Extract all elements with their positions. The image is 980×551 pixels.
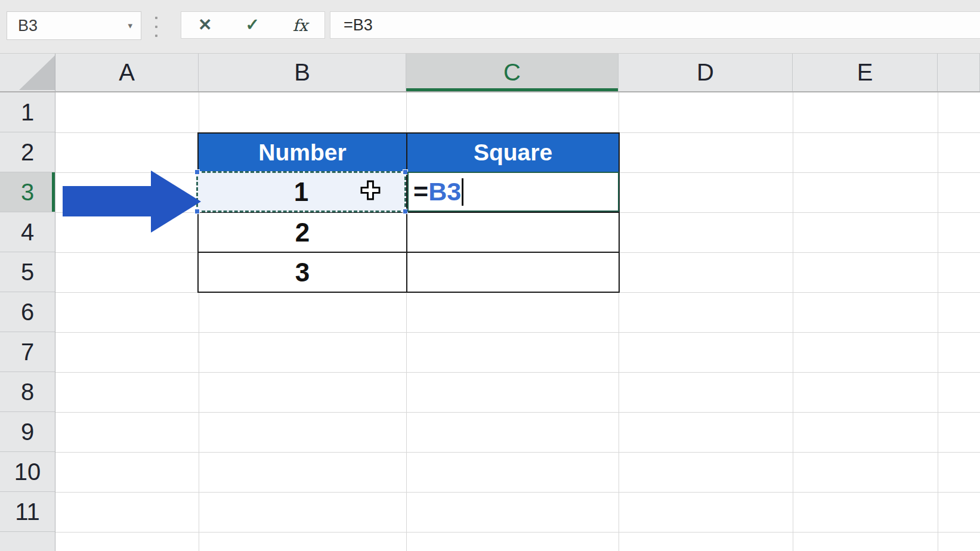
row-header-6[interactable]: 6 [0, 292, 55, 332]
insert-function-button[interactable]: fx [293, 17, 308, 33]
referenced-cell-value: 1 [294, 177, 308, 207]
data-table: Number Square 2 3 [197, 132, 620, 293]
row-header-10[interactable]: 10 [0, 452, 55, 492]
editing-cell-c3[interactable]: =B3 [407, 172, 619, 212]
row-header-7[interactable]: 7 [0, 332, 55, 372]
spreadsheet-app: B3 ▾ ✕ ✓ fx =B3 A B C D E 1 2 3 4 5 6 7 … [0, 0, 980, 551]
formula-bar-value: =B3 [344, 16, 373, 35]
cell-b4[interactable]: 2 [199, 213, 406, 252]
formula-equals-text: = [413, 177, 428, 206]
column-header-c[interactable]: C [406, 54, 619, 91]
name-box-dropdown-icon[interactable]: ▾ [128, 20, 132, 31]
annotation-arrow-body [63, 186, 152, 216]
row-header-9[interactable]: 9 [0, 412, 55, 452]
cell-b5[interactable]: 3 [199, 253, 406, 292]
table-header-square[interactable]: Square [407, 134, 619, 172]
column-header-e[interactable]: E [793, 54, 938, 91]
cell-cursor-icon [359, 179, 382, 204]
table-header-number[interactable]: Number [199, 134, 406, 172]
row-header-4[interactable]: 4 [0, 212, 55, 252]
annotation-arrow-head [151, 171, 201, 233]
enter-entry-button[interactable]: ✓ [245, 17, 259, 33]
column-header-a[interactable]: A [55, 54, 199, 91]
toolbar-separator-dots [155, 17, 157, 37]
formula-bar-input[interactable]: =B3 [330, 11, 980, 39]
column-header-partial[interactable] [938, 54, 980, 91]
row-header-2[interactable]: 2 [0, 132, 55, 172]
name-box[interactable]: B3 ▾ [7, 11, 141, 40]
cancel-entry-button[interactable]: ✕ [198, 17, 212, 33]
text-caret [462, 178, 463, 206]
column-headers: A B C D E [55, 54, 980, 92]
formula-reference-text: B3 [428, 177, 461, 206]
row-headers: 1 2 3 4 5 6 7 8 9 10 11 [0, 92, 55, 551]
row-header-11[interactable]: 11 [0, 492, 55, 532]
formula-buttons-panel: ✕ ✓ fx [181, 11, 325, 39]
row-header-5[interactable]: 5 [0, 252, 55, 292]
column-header-b[interactable]: B [199, 54, 406, 91]
row-header-8[interactable]: 8 [0, 372, 55, 412]
row-header-3[interactable]: 3 [0, 172, 55, 212]
row-header-1[interactable]: 1 [0, 92, 55, 132]
select-all-corner[interactable] [0, 54, 55, 92]
column-header-d[interactable]: D [619, 54, 793, 91]
cell-c5[interactable] [407, 253, 619, 292]
formula-toolbar: B3 ▾ ✕ ✓ fx =B3 [0, 0, 980, 54]
cell-c4[interactable] [407, 213, 619, 252]
select-all-triangle-icon [19, 55, 55, 90]
name-box-value: B3 [18, 17, 38, 35]
